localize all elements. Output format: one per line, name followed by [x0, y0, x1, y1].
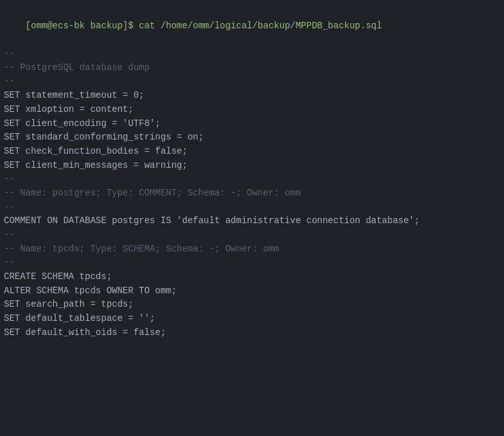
terminal-line: SET default_tablespace = '';: [4, 312, 500, 326]
terminal-line: -- PostgreSQL database dump: [4, 61, 500, 75]
terminal-line: CREATE SCHEMA tpcds;: [4, 270, 500, 284]
terminal-line: --: [4, 228, 500, 242]
terminal-line: --: [4, 201, 500, 215]
terminal-line: SET xmloption = content;: [4, 103, 500, 117]
terminal-line: ALTER SCHEMA tpcds OWNER TO omm;: [4, 284, 500, 298]
terminal-line: SET statement_timeout = 0;: [4, 89, 500, 103]
terminal-line: --: [4, 256, 500, 270]
terminal-line: SET client_encoding = 'UTF8';: [4, 117, 500, 131]
terminal: [omm@ecs-bk backup]$ cat /home/omm/logic…: [0, 0, 504, 436]
terminal-line: SET default_with_oids = false;: [4, 326, 500, 340]
terminal-line: -- Name: postgres; Type: COMMENT; Schema…: [4, 186, 500, 201]
terminal-line: SET standard_conforming_strings = on;: [4, 131, 500, 145]
terminal-line: SET search_path = tpcds;: [4, 298, 500, 312]
output-lines: ---- PostgreSQL database dump--SET state…: [4, 47, 500, 340]
prompt: [omm@ecs-bk backup]$ cat /home/omm/logic…: [26, 21, 382, 31]
terminal-line: -- Name: tpcds; Type: SCHEMA; Schema: -;…: [4, 242, 500, 257]
terminal-line: --: [4, 75, 500, 89]
terminal-line: SET client_min_messages = warning;: [4, 159, 500, 173]
terminal-line: --: [4, 172, 500, 186]
terminal-line: SET check_function_bodies = false;: [4, 145, 500, 159]
prompt-line: [omm@ecs-bk backup]$ cat /home/omm/logic…: [4, 5, 500, 47]
terminal-line: COMMENT ON DATABASE postgres IS 'default…: [4, 214, 500, 228]
terminal-line: --: [4, 47, 500, 61]
